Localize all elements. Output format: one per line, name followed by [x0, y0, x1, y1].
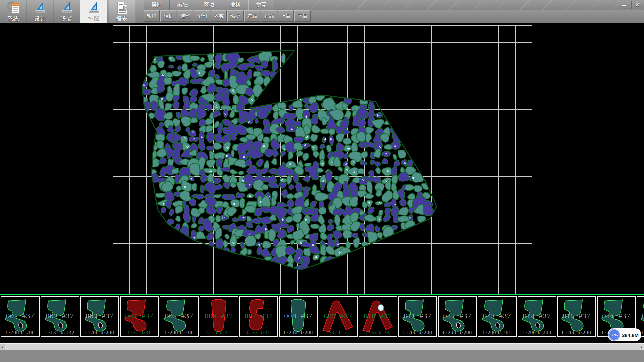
- nesting-canvas[interactable]: [0, 23, 644, 295]
- piece-thumbnail-009_#37[interactable]: 009_#37L:32 R:31: [319, 296, 358, 337]
- piece-lr-count: L:31 R:31: [121, 330, 158, 336]
- tab-region[interactable]: 区域: [196, 0, 222, 10]
- piece-thumbnail-004_#37[interactable]: 004_#37L:31 R:31: [120, 296, 159, 337]
- piece-thumbnail-001_#37[interactable]: 001_#37L:700 R:700: [1, 296, 40, 337]
- action-snap-left[interactable]: 左靠: [244, 10, 260, 22]
- progress-indicator[interactable]: 38% 384.8M: [608, 328, 641, 341]
- piece-id-label: 015_#37: [558, 312, 595, 320]
- progress-size-label: 384.8M: [622, 332, 639, 338]
- action-region[interactable]: 区域: [211, 10, 227, 22]
- action-snap-right[interactable]: 右靠: [261, 10, 277, 22]
- scroll-left-arrow-icon[interactable]: ‹: [0, 344, 5, 350]
- scroll-right-arrow-icon[interactable]: ›: [639, 344, 644, 350]
- piece-lr-count: L:200 R:200: [558, 330, 595, 336]
- toolbar-button-report[interactable]: 报表: [109, 0, 136, 23]
- toolbar-button-label: 报表: [116, 15, 128, 23]
- minimize-button[interactable]: ─: [618, 1, 630, 9]
- piece-id-label: 010_#37: [359, 312, 397, 320]
- menu-tab-bar: 属性 编辑 区域 排料 交互 ─ ✕: [144, 0, 644, 10]
- report-document-icon: [115, 1, 129, 15]
- progress-percent: 38%: [611, 333, 618, 337]
- piece-lr-count: L:32 R:31: [319, 330, 357, 336]
- piece-lr-count: L:21 R:21: [200, 330, 238, 336]
- titlebar-drag-area: [274, 0, 618, 10]
- status-bar: [0, 350, 644, 362]
- piece-lr-count: L:200 R:200: [160, 330, 198, 336]
- piece-thumbnail-010_#37[interactable]: 010_#37L:33 R:33: [359, 296, 397, 337]
- piece-id-label: 002_#37: [41, 312, 79, 320]
- piece-id-label: 009_#37: [319, 312, 357, 320]
- toolbar-button-design[interactable]: 设计: [27, 0, 54, 23]
- toolbar-button-system[interactable]: 系统: [0, 0, 27, 23]
- tab-properties[interactable]: 属性: [144, 0, 170, 10]
- toolbar-button-layout-selected[interactable]: 排版: [80, 0, 107, 23]
- strip-divider-line: [0, 294, 644, 295]
- piece-id-label: 005_#37: [160, 312, 198, 320]
- piece-id-label: 017_#37: [637, 312, 644, 320]
- piece-thumbnail-014_#37[interactable]: 014_#37L:200 R:200: [518, 296, 556, 337]
- piece-id-label: 007_#37: [240, 312, 277, 320]
- action-select-cut[interactable]: 选割: [177, 10, 193, 22]
- piece-hole: [378, 304, 384, 311]
- ruler-triangle-icon: [33, 1, 48, 15]
- piece-id-label: 001_#37: [1, 312, 39, 320]
- tab-interaction[interactable]: 交互: [248, 0, 274, 10]
- action-snap-bottom[interactable]: 下靠: [294, 10, 311, 22]
- ruler-triangle-icon: [87, 1, 101, 15]
- toolbar: 系统 设计: [0, 0, 644, 24]
- main-toolbar-buttons: 系统 设计: [0, 0, 136, 23]
- piece-id-label: 014_#37: [518, 312, 556, 320]
- toolbar-button-label: 排版: [88, 15, 100, 23]
- piece-lr-count: L:700 R:700: [1, 330, 39, 336]
- piece-id-label: 004_#37: [121, 312, 158, 320]
- horizontal-scrollbar[interactable]: ‹ ›: [0, 343, 644, 350]
- piece-id-label: 016_#37: [598, 312, 635, 320]
- piece-id-label: 003_#37: [81, 312, 118, 320]
- toolbar-right-area: 属性 编辑 区域 排料 交互 ─ ✕ 聚排 相机 选割 全割 区域 瑕疵 左靠 …: [144, 0, 644, 23]
- piece-lr-count: L:31 R:31: [240, 330, 277, 336]
- window-controls: ─ ✕: [618, 0, 644, 10]
- piece-thumbnail-005_#37[interactable]: 005_#37L:200 R:200: [160, 296, 199, 337]
- piece-lr-count: L:200 R:200: [478, 330, 516, 336]
- toolbar-button-settings[interactable]: 设置: [54, 0, 80, 23]
- toolbar-button-label: 系统: [7, 15, 19, 23]
- piece-lr-count: L:132 R:132: [41, 330, 79, 336]
- action-camera[interactable]: 相机: [160, 10, 176, 22]
- piece-lr-count: L:33 R:33: [359, 330, 397, 336]
- piece-thumbnail-015_#37[interactable]: 015_#37L:200 R:200: [557, 296, 596, 337]
- piece-thumbnail-008_#37[interactable]: 008_#37L:200 R:200: [279, 296, 318, 337]
- action-cluster-nest[interactable]: 聚排: [144, 10, 160, 22]
- piece-thumbnail-012_#37[interactable]: 012_#37L:200 R:200: [438, 296, 477, 337]
- action-button-bar: 聚排 相机 选割 全割 区域 瑕疵 左靠 右靠 上靠 下靠: [144, 10, 311, 23]
- piece-lr-count: L:200 R:200: [280, 330, 317, 336]
- tab-edit[interactable]: 编辑: [170, 0, 196, 10]
- piece-lr-count: L:200 R:200: [518, 330, 556, 336]
- app-window: 系统 设计: [0, 0, 644, 362]
- tab-nesting[interactable]: 排料: [222, 0, 248, 10]
- piece-lr-count: L:200 R:200: [81, 330, 118, 336]
- piece-lr-count: L:200 R:200: [399, 330, 436, 336]
- piece-thumbnail-strip: 001_#37L:700 R:700002_#37L:132 R:132003_…: [0, 296, 644, 343]
- action-defect[interactable]: 瑕疵: [227, 10, 244, 22]
- piece-id-label: 006_#37: [200, 312, 238, 320]
- piece-thumbnail-007_#37[interactable]: 007_#37L:31 R:31: [239, 296, 278, 337]
- piece-thumbnail-002_#37[interactable]: 002_#37L:132 R:132: [41, 296, 79, 337]
- piece-id-label: 011_#37: [399, 312, 436, 320]
- piece-thumbnail-013_#37[interactable]: 013_#37L:200 R:200: [478, 296, 517, 337]
- piece-id-label: 013_#37: [478, 312, 516, 320]
- system-gear-document-icon: [6, 1, 21, 15]
- piece-thumbnail-003_#37[interactable]: 003_#37L:200 R:200: [80, 296, 119, 337]
- piece-thumbnail-006_#37[interactable]: 006_#37L:21 R:21: [200, 296, 238, 337]
- piece-lr-count: L:200 R:200: [439, 330, 476, 336]
- close-button[interactable]: ✕: [631, 1, 643, 9]
- nesting-canvas-area: [0, 23, 644, 295]
- piece-id-label: 012_#37: [439, 312, 476, 320]
- piece-id-label: 008_#37: [280, 312, 317, 320]
- toolbar-button-label: 设置: [61, 15, 73, 23]
- ruler-triangle-icon: [60, 1, 74, 15]
- action-snap-top[interactable]: 上靠: [278, 10, 294, 22]
- progress-percent-badge: 38%: [608, 329, 620, 341]
- action-cut-all[interactable]: 全割: [194, 10, 210, 22]
- toolbar-button-label: 设计: [34, 15, 46, 23]
- piece-thumbnail-011_#37[interactable]: 011_#37L:200 R:200: [398, 296, 437, 337]
